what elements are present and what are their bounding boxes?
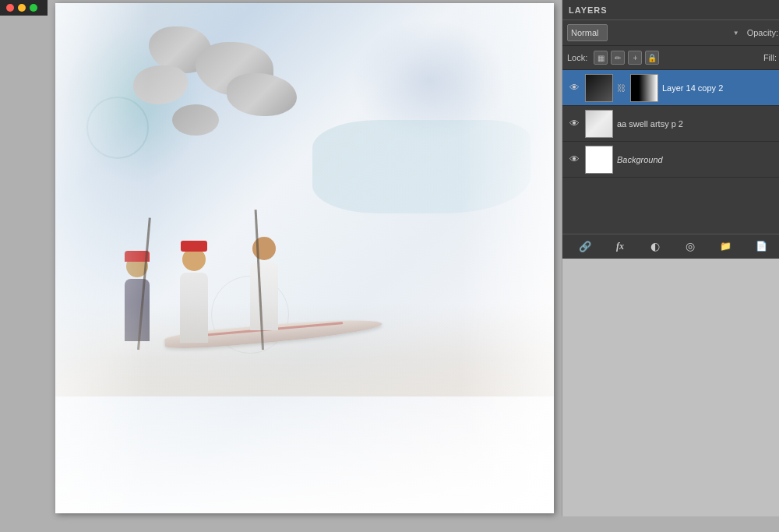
lock-all-icon: 🔒 [647,54,657,62]
panel-title: LAYERS [569,5,608,15]
add-mask-button[interactable]: ◐ [647,238,664,255]
layer-item-background[interactable]: 👁 Background 🔒 [562,142,779,178]
layer-fx-button[interactable]: fx [612,238,629,255]
rocks [133,26,305,151]
blend-mode-select[interactable]: Normal Dissolve Multiply Screen Overlay [567,24,608,41]
fade-overlay-left [55,3,149,513]
lock-row: Lock: ▦ ✏ + 🔒 Fill: ▲ ▼ [562,46,779,70]
canvas-image [55,3,554,513]
fill-label: Fill: [763,53,777,62]
rock-4 [227,73,297,116]
below-layers-area [562,259,779,517]
layer-name-swellartsy: aa swell artsy p 2 [617,119,779,129]
fx-icon: fx [616,241,624,252]
mask-icon: ◐ [650,240,660,252]
lock-position-button[interactable]: + [628,51,642,65]
minimize-button[interactable] [18,4,26,12]
rock-5 [172,104,219,136]
layers-panel: LAYERS ≡ Normal Dissolve Multiply Screen… [562,0,779,259]
canvas-wrapper [55,3,554,513]
layer-chain-icon: ⛓ [617,83,625,93]
lock-all-button[interactable]: 🔒 [645,51,659,65]
new-layer-button[interactable]: 📄 [753,238,770,255]
layer-item-layer14copy2[interactable]: 👁 ⛓ Layer 14 copy 2 [562,70,779,106]
canvas-area [48,0,562,516]
eye-icon-3: 👁 [569,153,580,165]
eye-icon: 👁 [569,82,580,93]
link-layers-button[interactable]: 🔗 [576,238,594,255]
lock-position-icon: + [633,54,637,62]
layer-name-layer14copy2: Layer 14 copy 2 [662,83,779,93]
adjustment-icon: ◎ [686,240,695,252]
maximize-button[interactable] [30,4,37,12]
blend-mode-row: Normal Dissolve Multiply Screen Overlay … [562,20,779,46]
layer-thumbnail-swellartsy [585,110,613,138]
panels-right: LAYERS ≡ Normal Dissolve Multiply Screen… [562,0,779,516]
title-bar [0,0,48,16]
lock-image-icon: ✏ [615,54,621,62]
layer-thumbnail-background [585,146,613,174]
new-group-button[interactable]: 📁 [717,238,735,255]
layers-list[interactable]: 👁 ⛓ Layer 14 copy 2 👁 aa swel [562,70,779,234]
lock-transparent-pixels-button[interactable]: ▦ [594,51,608,65]
layer-name-background: Background [617,155,779,164]
layers-toolbar: 🔗 fx ◐ ◎ 📁 📄 🗑 [562,234,779,259]
person-2-hat [181,241,207,252]
panel-header: LAYERS ≡ [562,0,779,20]
layer-visibility-toggle-background[interactable]: 👁 [567,153,581,167]
layer-visibility-toggle-layer14copy2[interactable]: 👁 [567,81,581,95]
blend-mode-wrapper: Normal Dissolve Multiply Screen Overlay … [567,24,742,41]
fade-overlay-right [460,3,554,513]
link-icon: 🔗 [579,241,591,252]
lock-transparent-icon: ▦ [597,54,605,62]
close-button[interactable] [6,4,14,12]
lock-image-pixels-button[interactable]: ✏ [611,51,625,65]
folder-icon: 📁 [720,241,731,252]
eye-icon-2: 👁 [569,118,580,129]
lock-label: Lock: [567,53,587,62]
layer-thumbnail-layer14copy2 [585,74,613,102]
layer-visibility-toggle-swellartsy[interactable]: 👁 [567,117,581,131]
blend-select-arrow-icon: ▼ [733,30,739,37]
layer-item-swellartsy[interactable]: 👁 aa swell artsy p 2 [562,106,779,142]
opacity-label: Opacity: [747,28,778,37]
layer-mask-layer14copy2 [630,74,658,102]
new-layer-icon: 📄 [756,241,767,252]
adjustment-layer-button[interactable]: ◎ [682,238,699,255]
